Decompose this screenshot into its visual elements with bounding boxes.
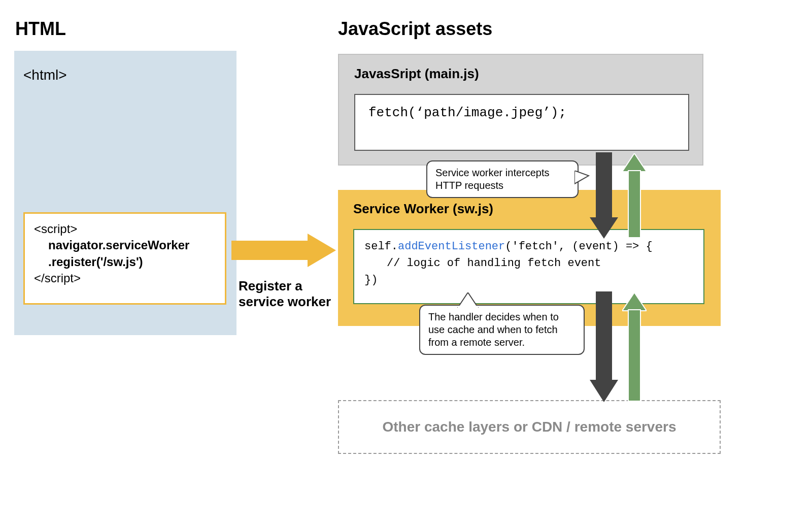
fetch-code-line: fetch(‘path/image.jpeg’); [368, 105, 566, 120]
callout-tail-icon [456, 292, 480, 308]
callout-intercept: Service worker intercepts HTTP requests [426, 160, 579, 198]
svg-marker-7 [622, 292, 647, 311]
svg-rect-8 [628, 310, 640, 401]
javascript-panel: JavasSript (main.js) fetch(‘path/image.j… [338, 54, 703, 166]
javascript-panel-title: JavasSript (main.js) [354, 66, 687, 82]
svg-rect-1 [596, 152, 612, 218]
sw-code-line-1: self.addEventListener('fetch', (event) =… [364, 238, 693, 255]
svg-rect-5 [596, 291, 612, 381]
svg-marker-9 [574, 171, 589, 184]
callout-handler-text: The handler decides when to use cache an… [428, 311, 559, 348]
html-open-tag: <html> [23, 67, 67, 83]
register-arrow-icon [231, 234, 336, 267]
script-code-box: <script> navigator.serviceWorker .regist… [23, 212, 226, 305]
heading-html: HTML [15, 18, 66, 40]
script-code-line-2: .register('/sw.js') [34, 254, 216, 270]
svg-marker-10 [458, 292, 478, 308]
remote-servers-box: Other cache layers or CDN / remote serve… [338, 400, 721, 454]
script-close-tag: </script> [34, 270, 216, 286]
fetch-code-box: fetch(‘path/image.jpeg’); [354, 94, 689, 151]
callout-handler: The handler decides when to use cache an… [419, 305, 585, 355]
svg-rect-4 [628, 171, 640, 238]
callout-intercept-text: Service worker intercepts HTTP requests [435, 167, 550, 191]
arrow-down-icon [590, 152, 618, 239]
heading-js: JavaScript assets [338, 18, 492, 40]
service-worker-panel-title: Service Worker (sw.js) [353, 201, 705, 217]
diagram-stage: HTML JavaScript assets <html> <script> n… [0, 0, 812, 524]
arrow-down-icon [590, 291, 618, 402]
script-open-tag: <script> [34, 221, 216, 237]
svg-marker-3 [622, 153, 647, 172]
sw-code-box: self.addEventListener('fetch', (event) =… [353, 229, 704, 304]
remote-servers-label: Other cache layers or CDN / remote serve… [383, 419, 676, 435]
arrow-up-icon [622, 292, 647, 401]
svg-rect-11 [458, 306, 478, 308]
sw-code-line-2: // logic of handling fetch event [364, 255, 693, 272]
register-label: Register a service worker [239, 278, 345, 310]
html-panel: <html> <script> navigator.serviceWorker … [14, 51, 236, 335]
arrow-up-icon [622, 153, 647, 238]
svg-marker-0 [231, 234, 336, 267]
sw-code-line-3: }) [364, 272, 693, 288]
script-code-line-1: navigator.serviceWorker [34, 237, 216, 253]
svg-marker-6 [590, 380, 618, 402]
callout-tail-icon [574, 171, 590, 186]
svg-marker-2 [590, 217, 618, 239]
